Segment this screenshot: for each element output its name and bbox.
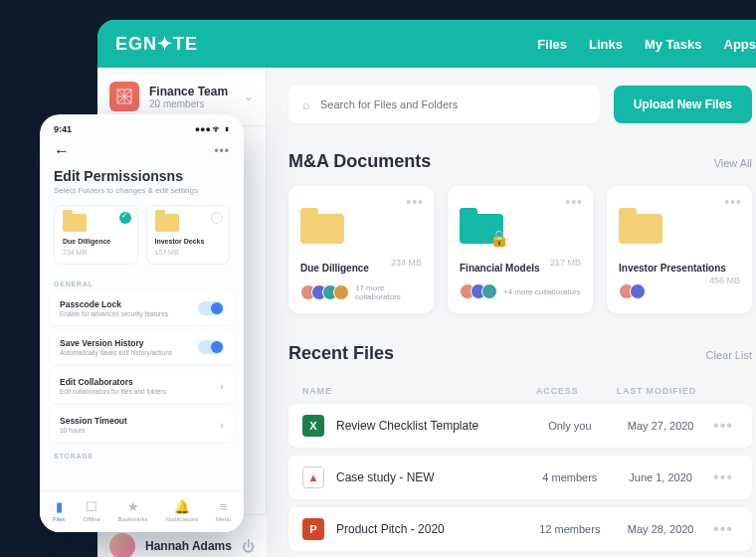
file-row[interactable]: ▲ Case study - NEW 4 members June 1, 202…	[288, 456, 752, 499]
folder-card[interactable]: ••• Investor Presentations456 MB	[607, 186, 752, 313]
upload-button[interactable]: Upload New Files	[614, 86, 752, 123]
nav-apps[interactable]: Apps	[724, 37, 757, 52]
mobile-setting-item[interactable]: Passcode LockEnable for advanced securit…	[50, 291, 234, 325]
brand-logo: EGN✦TE	[115, 33, 198, 55]
tab-label: Offline	[83, 516, 99, 522]
nav-tasks[interactable]: My Tasks	[645, 37, 702, 52]
collaborator-avatars	[300, 284, 349, 300]
file-more-icon[interactable]: •••	[708, 468, 738, 486]
mobile-folder-size: 234 MB	[63, 249, 129, 256]
search-input[interactable]	[320, 98, 586, 110]
setting-title: Edit Collaborators	[60, 377, 220, 387]
file-date: May 28, 2020	[613, 523, 708, 535]
setting-title: Passcode Lock	[60, 299, 198, 309]
mobile-folder-card[interactable]: Investor Decks 157 MB	[146, 205, 231, 265]
mobile-page-subtitle: Select Folders to changes & edit setting…	[54, 186, 230, 195]
mobile-page-title: Edit Permissionsns	[54, 168, 230, 184]
mobile-tab-notifications[interactable]: 🔔Notifications	[165, 499, 198, 522]
general-label: General	[40, 275, 244, 291]
file-access: Only you	[526, 420, 613, 432]
setting-title: Save Version History	[60, 338, 198, 348]
collaborator-avatars	[460, 283, 497, 299]
tab-label: Files	[53, 516, 66, 522]
card-title: Due Dilligence	[300, 263, 369, 274]
chevron-down-icon: ⌄	[244, 90, 254, 103]
chevron-right-icon: ›	[220, 419, 224, 431]
user-avatar	[109, 533, 135, 557]
search-box[interactable]: ⌕	[288, 86, 600, 123]
collaborator-avatars	[619, 283, 646, 299]
mobile-folder-name: Due Dilligence	[63, 238, 129, 245]
mobile-setting-item[interactable]: Edit CollaboratorsEdit collaborators for…	[50, 369, 234, 403]
card-title: Investor Presentations	[619, 263, 726, 274]
setting-sub: 10 hours	[60, 427, 220, 434]
collab-text: 17 more collaborators	[355, 283, 422, 301]
folder-card[interactable]: ••• 🔒 Financial Models217 MB +4 more col…	[448, 186, 593, 313]
folder-icon	[619, 208, 662, 244]
mobile-tab-offline[interactable]: ☐Offline	[83, 499, 99, 522]
setting-sub: Automatically saves edit history/actions	[60, 349, 198, 356]
mobile-folder-size: 157 MB	[155, 249, 222, 256]
mobile-folder-name: Investor Decks	[155, 238, 222, 245]
ppt-file-icon: P	[302, 518, 324, 540]
power-icon[interactable]: ⏻	[242, 539, 255, 554]
setting-sub: Edit collaborators for files and folders	[60, 388, 220, 395]
file-row[interactable]: X Review Checklist Template Only you May…	[288, 404, 752, 448]
file-name: Product Pitch - 2020	[336, 522, 526, 536]
file-access: 12 members	[526, 523, 613, 535]
mobile-tab-menu[interactable]: ≡Menu	[216, 499, 231, 522]
mobile-folder-card[interactable]: Due Dilligence 234 MB	[54, 205, 138, 265]
setting-title: Session Timeout	[60, 416, 220, 426]
folder-icon	[155, 214, 179, 232]
main-content: ⌕ Upload New Files M&A Documents View Al…	[267, 68, 756, 557]
toggle-switch[interactable]	[198, 301, 224, 315]
file-row[interactable]: P Product Pitch - 2020 12 members May 28…	[288, 507, 752, 551]
mobile-signal-icon: ●●● ᯤ ▮	[195, 124, 230, 134]
more-icon[interactable]: •••	[214, 144, 230, 158]
lock-icon: 🔒	[489, 229, 509, 248]
card-size: 456 MB	[709, 276, 740, 285]
mobile-setting-item[interactable]: Session Timeout10 hours›	[50, 408, 234, 442]
nav-links[interactable]: Links	[589, 37, 623, 52]
check-icon[interactable]	[119, 212, 131, 224]
tab-label: Menu	[216, 516, 231, 522]
tab-icon: 🔔	[174, 499, 190, 514]
mobile-time: 9:41	[54, 124, 72, 134]
file-name: Case study - NEW	[336, 470, 526, 484]
recent-section-title: Recent Files	[288, 343, 394, 364]
mobile-overlay: 9:41 ●●● ᯤ ▮ ← ••• Edit Permissionsns Se…	[40, 114, 244, 532]
tab-label: Notifications	[165, 516, 198, 522]
pdf-file-icon: ▲	[302, 466, 324, 488]
mobile-tab-files[interactable]: ▮Files	[53, 499, 66, 522]
collab-text: +4 more collaborators	[503, 287, 581, 296]
check-icon[interactable]	[211, 212, 223, 224]
file-more-icon[interactable]: •••	[708, 520, 738, 538]
card-more-icon[interactable]: •••	[565, 194, 583, 210]
file-date: June 1, 2020	[613, 471, 708, 483]
table-header: Name Access Last Modified	[288, 378, 752, 404]
file-more-icon[interactable]: •••	[708, 417, 738, 435]
folder-card[interactable]: ••• Due Dilligence234 MB 17 more collabo…	[288, 186, 434, 313]
tab-icon: ≡	[220, 499, 228, 514]
nav-files[interactable]: Files	[537, 37, 567, 52]
col-date: Last Modified	[605, 386, 708, 396]
mobile-tab-bookmarks[interactable]: ★Bookmarks	[118, 499, 148, 522]
view-all-link[interactable]: View All	[714, 157, 752, 169]
back-icon[interactable]: ←	[54, 142, 70, 160]
card-size: 234 MB	[391, 258, 422, 268]
tab-icon: ★	[127, 499, 139, 514]
search-icon: ⌕	[302, 97, 310, 112]
card-more-icon[interactable]: •••	[724, 194, 742, 210]
mobile-tabbar: ▮Files☐Offline★Bookmarks🔔Notifications≡M…	[40, 490, 244, 532]
clear-list-link[interactable]: Clear List	[706, 349, 752, 361]
mobile-setting-item[interactable]: Save Version HistoryAutomatically saves …	[50, 330, 234, 364]
toggle-switch[interactable]	[198, 340, 224, 354]
card-title: Financial Models	[460, 263, 540, 274]
card-more-icon[interactable]: •••	[406, 194, 424, 210]
file-date: May 27, 2020	[613, 420, 708, 432]
storage-label: Storage	[40, 447, 244, 464]
setting-sub: Enable for advanced security features	[60, 310, 198, 317]
ma-section-title: M&A Documents	[288, 151, 431, 172]
tab-label: Bookmarks	[118, 516, 148, 522]
col-name: Name	[302, 386, 510, 396]
